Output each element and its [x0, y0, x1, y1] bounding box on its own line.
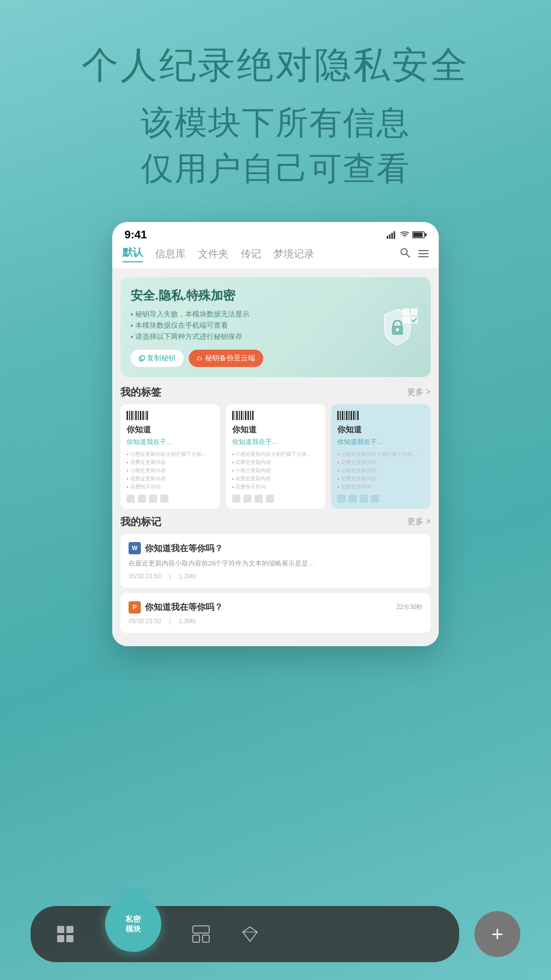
svg-rect-21 [66, 926, 73, 933]
diamond-icon [241, 925, 259, 943]
content-area: 安全.隐私.特殊加密 秘钥导入失败，本模块数据无法显示 本模块数据仅在手机端可查… [112, 269, 439, 646]
svg-rect-25 [193, 935, 199, 942]
private-module-label: 私密模块 [126, 914, 141, 934]
tag-name-2: 你知道 [232, 425, 319, 435]
tab-biography[interactable]: 传记 [241, 247, 261, 261]
note-word-icon: W [129, 542, 141, 554]
note-badge-2: 22分30秒 [396, 603, 422, 611]
security-bullet-2: 本模块数据仅在手机端可查看 [131, 321, 374, 330]
grid-icon [56, 925, 74, 943]
svg-rect-16 [403, 308, 410, 315]
barcode-icon-1 [127, 410, 214, 421]
nav-diamond-button[interactable] [241, 925, 259, 943]
security-buttons: 复制秘钥 秘钥备份至云端 [131, 350, 374, 367]
signal-icon [387, 231, 397, 239]
tags-grid: 你知道 你知道我在干... 小惠近更新内容火焰拦截下火路... 花费近更新内容 … [120, 404, 431, 509]
tag-name-3: 你知道 [337, 425, 424, 435]
notes-section-title: 我的标记 [120, 515, 161, 529]
tag-subtitle-1: 你知道我在干... [127, 437, 214, 447]
svg-rect-3 [394, 231, 395, 239]
tag-name-1: 你知道 [127, 425, 214, 435]
nav-layout-button[interactable] [192, 925, 210, 943]
status-bar: 9:41 [112, 222, 439, 246]
svg-rect-24 [193, 926, 209, 933]
tag-card-2[interactable]: 你知道 你知道我在于... 小惠近更新内容火焰拦截下火路... 花费近更新内容 … [226, 404, 325, 509]
nav-action-icons [400, 248, 429, 261]
header-line1: 个人纪录绝对隐私安全 [0, 41, 551, 90]
tag-dots-1 [127, 495, 214, 503]
notes-section-header: 我的标记 更多 > [120, 515, 431, 529]
svg-rect-13 [141, 356, 144, 360]
nav-tabs: 默认 信息库 文件夹 传记 梦境记录 [112, 246, 439, 269]
note-title-1: 你知道我在等你吗？ [145, 543, 223, 554]
svg-rect-17 [411, 308, 418, 315]
security-card-left: 安全.隐私.特殊加密 秘钥导入失败，本模块数据无法显示 本模块数据仅在手机端可查… [131, 287, 374, 367]
tag-card-3[interactable]: 你知道 你知道我在干... 小惠近更新内容火焰拦截下火路... 花费近更新内容 … [331, 404, 431, 509]
note-pdf-icon: P [129, 601, 141, 614]
layout-icon [192, 925, 210, 943]
tag-list-3: 小惠近更新内容火焰拦截下火路... 花费近更新内容 小惠近更新内容 花费近更新内… [337, 451, 424, 491]
menu-icon[interactable] [418, 248, 429, 261]
svg-rect-18 [403, 316, 410, 324]
note-date-1: 05/30 23:50 [129, 573, 161, 580]
svg-line-8 [407, 254, 410, 257]
tags-section-title: 我的标签 [120, 385, 161, 399]
svg-point-15 [396, 328, 399, 331]
security-title: 安全.隐私.特殊加密 [131, 287, 374, 304]
svg-rect-23 [66, 935, 73, 942]
svg-rect-6 [425, 233, 427, 236]
notes-more-button[interactable]: 更多 > [407, 517, 431, 527]
status-icons [387, 231, 427, 239]
note-separator-1: | [169, 573, 170, 580]
svg-rect-0 [387, 236, 388, 239]
security-illustration [374, 304, 420, 350]
tag-list-2: 小惠近更新内容火焰拦截下火路... 花费近更新内容 小惠正更新内容 花费近更新内… [232, 451, 319, 491]
svg-rect-26 [203, 935, 209, 942]
note-title-row-1: W 你知道我在等你吗？ [129, 542, 422, 554]
tag-subtitle-3: 你知道我在干... [337, 437, 424, 447]
tag-subtitle-2: 你知道我在于... [232, 437, 319, 447]
note-title-row-2: P 你知道我在等你吗？ 22分30秒 [129, 601, 422, 614]
status-time: 9:41 [124, 228, 147, 241]
copy-key-button[interactable]: 复制秘钥 [131, 350, 184, 367]
bottom-nav-pill: 私密模块 [31, 906, 459, 962]
tab-folder[interactable]: 文件夹 [198, 247, 229, 261]
note-size-1: 1.3Mb [179, 573, 196, 580]
search-icon[interactable] [400, 248, 410, 261]
header-line2: 该模块下所有信息 仅用户自己可查看 [0, 100, 551, 191]
bottom-nav-area: 私密模块 + [0, 888, 551, 980]
note-separator-2: | [169, 618, 170, 625]
tag-list-1: 小惠近更新内容火焰拦截下火路... 花费近更新内容 小惠近更新内容 花费近更新内… [127, 451, 214, 491]
note-title-2: 你知道我在等你吗？ [145, 601, 223, 613]
svg-rect-5 [413, 233, 423, 237]
note-card-1[interactable]: W 你知道我在等你吗？ 在最近更新内容小取内容前28个字符作为文本的缩略展示是是… [120, 534, 431, 588]
svg-rect-22 [57, 935, 64, 942]
add-icon: + [491, 923, 503, 946]
tab-default[interactable]: 默认 [122, 246, 143, 262]
barcode-icon-3 [337, 410, 424, 421]
security-bullets: 秘钥导入失败，本模块数据无法显示 本模块数据仅在手机端可查看 请选择以下两种方式… [131, 310, 374, 341]
svg-marker-27 [243, 927, 257, 941]
add-button[interactable]: + [474, 911, 520, 957]
wifi-icon [400, 231, 409, 238]
backup-key-button[interactable]: 秘钥备份至云端 [189, 350, 263, 367]
security-bullet-3: 请选择以下两种方式进行秘钥保存 [131, 332, 374, 341]
svg-rect-20 [57, 926, 64, 933]
header-section: 个人纪录绝对隐私安全 该模块下所有信息 仅用户自己可查看 [0, 0, 551, 191]
tab-infolib[interactable]: 信息库 [155, 247, 186, 261]
security-bullet-1: 秘钥导入失败，本模块数据无法显示 [131, 310, 374, 319]
battery-icon [412, 231, 427, 238]
copy-icon [139, 355, 145, 361]
tag-dots-2 [232, 495, 319, 503]
note-preview-1: 在最近更新内容小取内容前28个字符作为文本的缩略展示是是... [129, 558, 422, 569]
tag-dots-3 [337, 495, 424, 503]
svg-point-7 [401, 249, 407, 255]
tags-more-button[interactable]: 更多 > [407, 387, 431, 398]
tab-dream[interactable]: 梦境记录 [273, 247, 314, 261]
note-card-2[interactable]: P 你知道我在等你吗？ 22分30秒 05/30 23:50 | 1.3Mb [120, 593, 431, 633]
svg-rect-1 [389, 234, 391, 239]
tag-card-1[interactable]: 你知道 你知道我在干... 小惠近更新内容火焰拦截下火路... 花费近更新内容 … [120, 404, 220, 509]
cloud-icon [197, 355, 203, 361]
nav-grid-button[interactable] [56, 925, 74, 943]
private-module-button[interactable]: 私密模块 [105, 896, 161, 952]
